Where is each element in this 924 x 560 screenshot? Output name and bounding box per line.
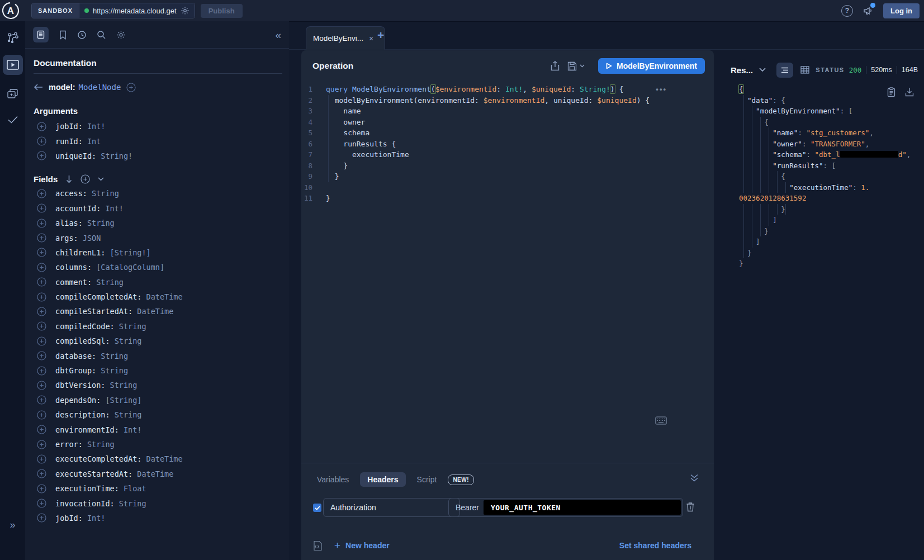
field-row[interactable]: executionTime: Float [25, 481, 289, 496]
header-value-field[interactable]: Bearer YOUR_AUTH_TOKEN [448, 498, 683, 517]
add-to-query-icon[interactable] [37, 425, 46, 434]
tab-explorer-settings[interactable] [116, 30, 126, 40]
add-to-query-icon[interactable] [37, 454, 46, 464]
add-field-to-query-icon[interactable] [126, 83, 136, 92]
endpoint-url[interactable]: https://metadata.cloud.get [93, 7, 177, 15]
response-title[interactable]: Res... [731, 65, 753, 75]
add-tab-button[interactable]: + [377, 29, 384, 41]
add-to-query-icon[interactable] [37, 277, 46, 287]
add-all-fields-icon[interactable] [80, 174, 90, 184]
tab-search[interactable] [97, 30, 106, 40]
tab-script[interactable]: Script [411, 472, 443, 487]
announcements-button[interactable] [863, 5, 874, 16]
sidebar-item-checks[interactable] [0, 115, 25, 124]
save-button[interactable] [567, 61, 585, 71]
field-row[interactable]: executeStartedAt: DateTime [25, 467, 289, 481]
sidebar-item-collections[interactable] [0, 88, 25, 99]
field-row[interactable]: invocationId: String [25, 496, 289, 510]
argument-row[interactable]: uniqueId: String! [25, 149, 289, 163]
tab-saved-operations[interactable] [59, 30, 67, 40]
tab-headers[interactable]: Headers [360, 472, 405, 487]
add-to-query-icon[interactable] [37, 307, 46, 316]
field-row[interactable]: dbtGroup: String [25, 363, 289, 378]
field-row[interactable]: executeCompletedAt: DateTime [25, 452, 289, 466]
sort-fields-icon[interactable] [65, 175, 73, 183]
argument-row[interactable]: runId: Int [25, 134, 289, 148]
keyboard-shortcuts-icon[interactable] [655, 416, 667, 425]
add-to-query-icon[interactable] [37, 292, 46, 302]
publish-button[interactable]: Publish [201, 4, 243, 18]
header-enabled-checkbox[interactable] [313, 504, 321, 512]
add-to-query-icon[interactable] [37, 336, 46, 346]
run-operation-button[interactable]: ModelByEnvironment [598, 58, 705, 74]
add-to-query-icon[interactable] [37, 189, 46, 198]
field-row[interactable]: compiledCode: String [25, 319, 289, 334]
add-to-query-icon[interactable] [37, 469, 46, 478]
help-icon[interactable]: ? [841, 5, 853, 17]
share-icon[interactable] [551, 61, 560, 71]
field-row[interactable]: comment: String [25, 275, 289, 290]
add-to-query-icon[interactable] [37, 233, 46, 243]
field-row[interactable]: access: String [25, 186, 289, 201]
endpoint-settings-icon[interactable] [181, 6, 189, 15]
add-to-query-icon[interactable] [37, 351, 46, 360]
add-to-query-icon[interactable] [37, 321, 46, 331]
field-row[interactable]: args: JSON [25, 230, 289, 245]
field-row[interactable]: dependsOn: [String] [25, 393, 289, 407]
add-to-query-icon[interactable] [37, 440, 46, 449]
field-row[interactable]: compileStartedAt: DateTime [25, 304, 289, 319]
fields-options-chevron-icon[interactable] [98, 177, 104, 181]
field-row[interactable]: environmentId: Int! [25, 422, 289, 436]
view-table-button[interactable] [800, 66, 809, 74]
field-row[interactable]: columns: [CatalogColumn] [25, 260, 289, 274]
endpoint-url-box[interactable]: https://metadata.cloud.get [79, 3, 195, 18]
collapse-drawer-button[interactable] [690, 474, 699, 482]
back-arrow-icon[interactable] [34, 83, 43, 91]
field-row[interactable]: compileCompletedAt: DateTime [25, 290, 289, 304]
tab-documentation[interactable] [33, 27, 49, 42]
add-to-query-icon[interactable] [37, 366, 46, 376]
field-row[interactable]: dbtVersion: String [25, 378, 289, 392]
collapse-panel-button[interactable]: « [275, 30, 281, 40]
apollo-logo[interactable]: A [1, 1, 20, 20]
editor-menu-button[interactable]: ••• [656, 85, 667, 93]
graph-nav-icon[interactable] [0, 31, 25, 45]
add-to-query-icon[interactable] [37, 248, 46, 257]
field-row[interactable]: error: String [25, 437, 289, 452]
add-to-query-icon[interactable] [37, 136, 46, 146]
operation-code[interactable]: 1query ModelByEnvironment($environmentId… [301, 84, 714, 204]
set-shared-headers-link[interactable]: Set shared headers [619, 541, 691, 550]
sidebar-item-explorer[interactable] [3, 55, 23, 75]
preflight-script-icon[interactable] [313, 540, 323, 551]
add-to-query-icon[interactable] [37, 410, 46, 420]
tab-variables[interactable]: Variables [311, 472, 354, 487]
add-to-query-icon[interactable] [37, 499, 46, 508]
add-to-query-icon[interactable] [37, 513, 46, 523]
save-options-chevron-icon[interactable] [580, 64, 585, 68]
login-button[interactable]: Log in [883, 3, 920, 18]
add-to-query-icon[interactable] [37, 263, 46, 272]
add-to-query-icon[interactable] [37, 122, 46, 131]
field-row[interactable]: description: String [25, 407, 289, 422]
add-to-query-icon[interactable] [37, 151, 46, 160]
breadcrumb-type-link[interactable]: ModelNode [79, 83, 121, 92]
new-header-button[interactable]: + New header [334, 540, 390, 550]
add-to-query-icon[interactable] [37, 219, 46, 228]
field-row[interactable]: childrenL1: [String!] [25, 245, 289, 260]
operation-tab[interactable]: ModelByEnvi... × [306, 26, 385, 50]
field-row[interactable]: accountId: Int! [25, 201, 289, 216]
add-to-query-icon[interactable] [37, 395, 46, 405]
add-to-query-icon[interactable] [37, 203, 46, 213]
add-to-query-icon[interactable] [37, 381, 46, 390]
field-row[interactable]: database: String [25, 348, 289, 363]
delete-header-button[interactable] [686, 502, 695, 512]
tab-history[interactable] [77, 30, 87, 40]
field-row[interactable]: compiledSql: String [25, 334, 289, 348]
response-json[interactable]: { "data": { "modelByEnvironment": [ { "n… [739, 84, 911, 269]
field-row[interactable]: jobId: Int! [25, 511, 289, 525]
add-to-query-icon[interactable] [37, 484, 46, 493]
field-row[interactable]: alias: String [25, 216, 289, 230]
close-tab-icon[interactable]: × [369, 34, 373, 43]
argument-row[interactable]: jobId: Int! [25, 119, 289, 134]
header-key-input[interactable] [323, 498, 460, 517]
